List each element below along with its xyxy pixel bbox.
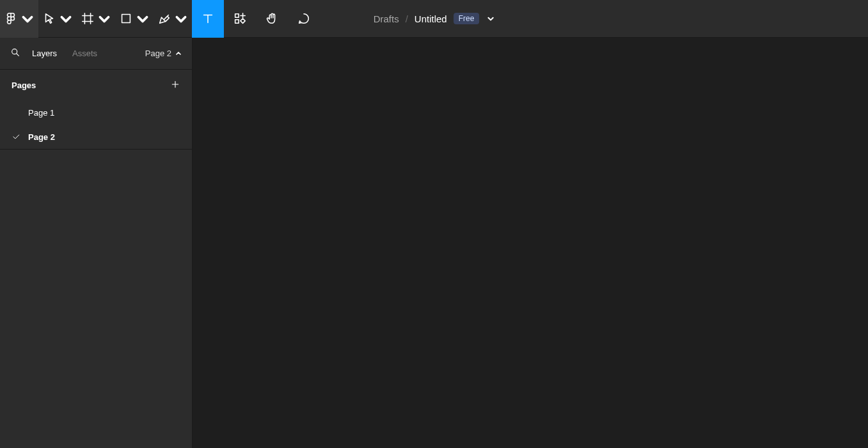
canvas[interactable] [193, 38, 868, 448]
pages-header: Pages [0, 70, 192, 100]
svg-rect-0 [122, 15, 130, 23]
chevron-down-icon [174, 12, 188, 26]
tab-assets[interactable]: Assets [71, 46, 99, 61]
pages-section: Pages Page 1 Page 2 [0, 70, 192, 150]
chevron-down-icon [20, 12, 35, 26]
left-sidebar: Layers Assets Page 2 Pages Page 1 [0, 38, 193, 448]
toolbar-tools [0, 0, 320, 37]
comment-icon [297, 12, 311, 26]
text-icon [201, 12, 215, 26]
toolbar: Drafts / Untitled Free [0, 0, 868, 38]
chevron-up-icon [175, 50, 182, 57]
file-title[interactable]: Untitled [414, 13, 447, 24]
figma-logo-icon [4, 12, 18, 26]
chevron-down-icon [487, 15, 494, 22]
svg-point-3 [12, 49, 17, 54]
chevron-down-icon [59, 12, 73, 26]
plus-icon [170, 79, 180, 89]
chevron-down-icon [97, 12, 111, 26]
main-menu-button[interactable] [0, 0, 38, 38]
plan-badge: Free [454, 13, 480, 24]
move-tool-button[interactable] [38, 0, 77, 38]
tab-layers[interactable]: Layers [31, 46, 58, 61]
page-selector[interactable]: Page 2 [145, 49, 182, 58]
pages-header-label: Pages [12, 81, 36, 90]
frame-tool-button[interactable] [77, 0, 115, 38]
sidebar-tabs-row: Layers Assets Page 2 [0, 38, 192, 70]
resources-tool-button[interactable] [224, 0, 256, 38]
check-icon [12, 132, 20, 141]
page-item-label: Page 2 [28, 132, 55, 142]
search-icon [10, 47, 20, 58]
page-item-label: Page 1 [28, 108, 54, 118]
hand-icon [265, 12, 279, 26]
chevron-down-icon [136, 12, 150, 26]
cursor-icon [42, 12, 56, 26]
pen-tool-button[interactable] [154, 0, 192, 38]
svg-rect-1 [235, 14, 239, 18]
page-selector-label: Page 2 [145, 49, 171, 58]
resources-icon [233, 12, 247, 26]
pen-icon [157, 12, 171, 26]
add-page-button[interactable] [170, 79, 180, 91]
hand-tool-button[interactable] [256, 0, 288, 38]
frame-icon [81, 12, 95, 26]
file-menu-button[interactable] [487, 13, 494, 24]
page-item-1[interactable]: Page 1 [0, 100, 192, 125]
shape-tool-button[interactable] [115, 0, 154, 38]
comment-tool-button[interactable] [288, 0, 320, 38]
main-area: Layers Assets Page 2 Pages Page 1 [0, 38, 868, 448]
search-button[interactable] [10, 47, 20, 60]
svg-rect-2 [235, 20, 239, 24]
rectangle-icon [119, 12, 133, 26]
page-item-2[interactable]: Page 2 [0, 125, 192, 149]
text-tool-button[interactable] [192, 0, 224, 38]
breadcrumb-separator: / [406, 13, 408, 24]
breadcrumb-folder[interactable]: Drafts [374, 13, 399, 24]
breadcrumb: Drafts / Untitled Free [374, 13, 495, 24]
